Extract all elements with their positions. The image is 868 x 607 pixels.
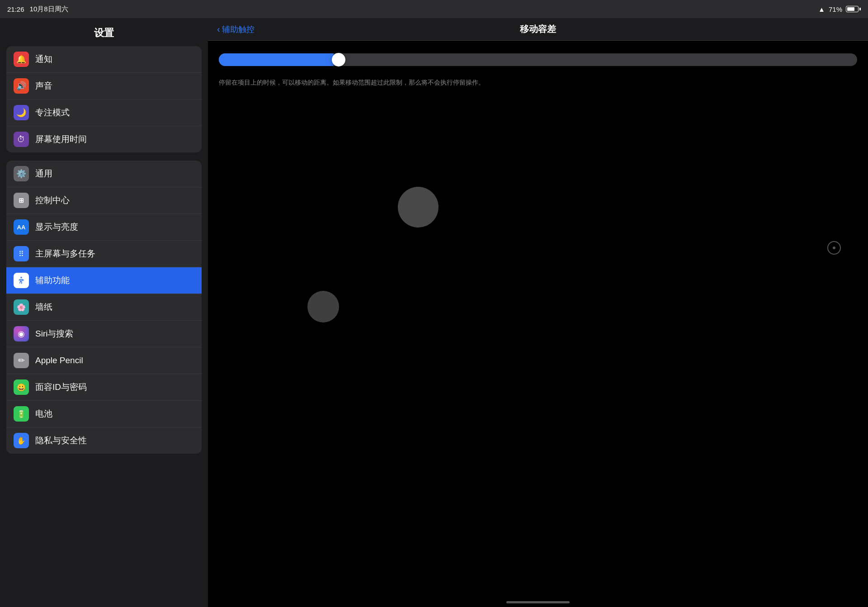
faceid-icon: 😀 bbox=[14, 379, 29, 395]
touch-circle-large bbox=[398, 187, 439, 228]
sidebar-item-battery[interactable]: 🔋 电池 bbox=[6, 401, 202, 427]
sidebar-item-general[interactable]: ⚙️ 通用 bbox=[6, 161, 202, 187]
wallpaper-icon: 🌸 bbox=[14, 299, 29, 315]
sounds-label: 声音 bbox=[35, 80, 52, 92]
dot-1 bbox=[533, 28, 535, 30]
siri-label: Siri与搜索 bbox=[35, 328, 73, 340]
sidebar-item-accessibility[interactable]: 辅助功能 bbox=[6, 267, 202, 294]
detail-header: ‹ 辅助触控 移动容差 bbox=[208, 18, 868, 41]
sidebar-item-controlcenter[interactable]: ⊞ 控制中心 bbox=[6, 187, 202, 214]
slider-description: 停留在项目上的时候，可以移动的距离。如果移动范围超过此限制，那么将不会执行停留操… bbox=[208, 73, 868, 87]
home-indicator bbox=[506, 601, 570, 603]
sidebar-item-faceid[interactable]: 😀 面容ID与密码 bbox=[6, 374, 202, 401]
sidebar-item-siri[interactable]: ◉ Siri与搜索 bbox=[6, 321, 202, 347]
sidebar-title: 设置 bbox=[0, 18, 208, 46]
applepencil-icon: ✏ bbox=[14, 353, 29, 368]
homescreen-label: 主屏幕与多任务 bbox=[35, 248, 95, 260]
battery-label: 电池 bbox=[35, 408, 52, 420]
back-label: 辅助触控 bbox=[222, 24, 255, 35]
applepencil-label: Apple Pencil bbox=[35, 356, 83, 365]
slider-container bbox=[208, 41, 868, 73]
sidebar-item-homescreen[interactable]: ⠿ 主屏幕与多任务 bbox=[6, 241, 202, 267]
controlcenter-label: 控制中心 bbox=[35, 194, 70, 206]
privacy-icon: ✋ bbox=[14, 433, 29, 448]
general-icon: ⚙️ bbox=[14, 166, 29, 181]
touch-demo-area bbox=[208, 87, 868, 607]
sidebar: 设置 🔔 通知 🔊 声音 🌙 专注模式 ⏱ 屏幕使用时间 ⚙️ bbox=[0, 18, 208, 607]
faceid-label: 面容ID与密码 bbox=[35, 381, 87, 393]
status-date: 10月8日周六 bbox=[30, 5, 68, 14]
touch-circle-medium bbox=[307, 291, 339, 322]
slider-thumb[interactable] bbox=[332, 53, 345, 66]
controlcenter-icon: ⊞ bbox=[14, 193, 29, 208]
back-chevron-icon: ‹ bbox=[217, 24, 220, 34]
main-content: 设置 🔔 通知 🔊 声音 🌙 专注模式 ⏱ 屏幕使用时间 ⚙️ bbox=[0, 18, 868, 607]
sidebar-item-focus[interactable]: 🌙 专注模式 bbox=[6, 100, 202, 126]
accessibility-label: 辅助功能 bbox=[35, 275, 70, 286]
battery-body bbox=[846, 6, 859, 12]
screentime-icon: ⏱ bbox=[14, 132, 29, 147]
touch-circle-small-dot bbox=[833, 247, 835, 249]
wifi-icon: ▲ bbox=[818, 5, 825, 13]
sidebar-item-wallpaper[interactable]: 🌸 墙纸 bbox=[6, 294, 202, 321]
dot-2 bbox=[537, 28, 539, 30]
screentime-label: 屏幕使用时间 bbox=[35, 133, 87, 145]
sidebar-group-2: ⚙️ 通用 ⊞ 控制中心 AA 显示与亮度 ⠿ 主屏幕与多任务 辅助功能 bbox=[6, 161, 202, 454]
accessibility-icon bbox=[14, 273, 29, 288]
sidebar-item-display[interactable]: AA 显示与亮度 bbox=[6, 214, 202, 241]
touch-circle-small bbox=[827, 241, 841, 255]
detail-panel: ‹ 辅助触控 移动容差 停留在项目上的时候，可以移动的距离。如果移动范围超过此限… bbox=[208, 18, 868, 607]
general-label: 通用 bbox=[35, 168, 52, 180]
status-bar-right: ▲ 71% bbox=[818, 5, 861, 13]
display-label: 显示与亮度 bbox=[35, 221, 78, 233]
sidebar-item-notifications[interactable]: 🔔 通知 bbox=[6, 46, 202, 73]
focus-icon: 🌙 bbox=[14, 105, 29, 120]
battery-percentage: 71% bbox=[829, 5, 842, 13]
status-time: 21:26 bbox=[7, 5, 24, 13]
notifications-icon: 🔔 bbox=[14, 52, 29, 67]
battery-icon bbox=[846, 6, 861, 12]
sidebar-item-applepencil[interactable]: ✏ Apple Pencil bbox=[6, 347, 202, 374]
sidebar-item-screentime[interactable]: ⏱ 屏幕使用时间 bbox=[6, 126, 202, 152]
status-bar-left: 21:26 10月8日周六 bbox=[7, 5, 68, 14]
svg-point-0 bbox=[20, 277, 22, 278]
detail-header-dots bbox=[533, 28, 544, 30]
siri-icon: ◉ bbox=[14, 326, 29, 341]
back-button[interactable]: ‹ 辅助触控 bbox=[217, 24, 255, 35]
wallpaper-label: 墙纸 bbox=[35, 301, 52, 313]
slider-fill bbox=[219, 53, 334, 66]
dot-3 bbox=[542, 28, 544, 30]
battery-tip bbox=[859, 8, 861, 10]
privacy-label: 隐私与安全性 bbox=[35, 435, 87, 446]
battery-sidebar-icon: 🔋 bbox=[14, 406, 29, 422]
notifications-label: 通知 bbox=[35, 53, 52, 65]
focus-label: 专注模式 bbox=[35, 107, 70, 119]
sidebar-group-1: 🔔 通知 🔊 声音 🌙 专注模式 ⏱ 屏幕使用时间 bbox=[6, 46, 202, 152]
sounds-icon: 🔊 bbox=[14, 78, 29, 94]
display-icon: AA bbox=[14, 219, 29, 235]
status-bar: 21:26 10月8日周六 ▲ 71% bbox=[0, 0, 868, 18]
slider-track[interactable] bbox=[219, 53, 857, 66]
sidebar-item-sounds[interactable]: 🔊 声音 bbox=[6, 73, 202, 100]
battery-fill bbox=[847, 7, 854, 11]
sidebar-item-privacy[interactable]: ✋ 隐私与安全性 bbox=[6, 427, 202, 454]
homescreen-icon: ⠿ bbox=[14, 246, 29, 261]
